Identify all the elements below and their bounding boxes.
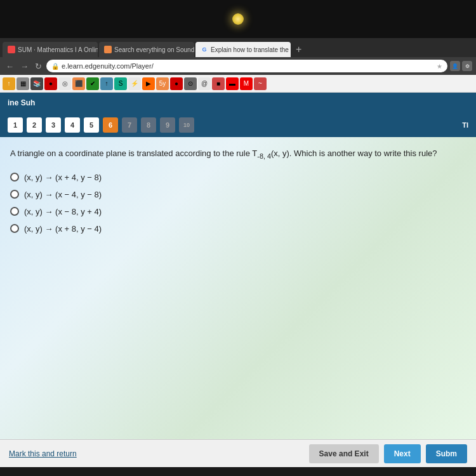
answer-option-a[interactable]: (x, y) → (x + 4, y − 8) (10, 173, 466, 182)
question-num-1[interactable]: 1 (8, 117, 23, 133)
ext-circle2[interactable]: ◎ (58, 77, 71, 90)
address-text: e.learn.edgenuity.com/Player/ (62, 62, 154, 70)
sound-tab-icon (104, 46, 112, 53)
browser-icons: 👤 ⚙ (450, 61, 472, 71)
tab-google[interactable]: G Explain how to translate the ent... × (195, 42, 291, 57)
top-dark-area (0, 0, 476, 38)
option-a-text: (x, y) → (x + 4, y − 8) (24, 173, 102, 182)
question-num-2[interactable]: 2 (27, 117, 42, 133)
new-tab-button[interactable]: + (292, 42, 305, 57)
settings-icon[interactable]: ⚙ (462, 61, 472, 71)
ext-book[interactable]: 📚 (30, 77, 43, 90)
question-number-bar: 1 2 3 4 5 6 7 8 9 10 TI (0, 113, 476, 137)
ext-circle3[interactable]: ⊙ (184, 77, 197, 90)
profile-icon[interactable]: 👤 (450, 61, 460, 71)
option-d-text: (x, y) → (x + 8, y − 4) (24, 224, 102, 234)
question-text: A triangle on a coordinate plane is tran… (10, 147, 466, 161)
question-num-3[interactable]: 3 (46, 117, 61, 133)
radio-b[interactable] (10, 190, 19, 199)
ext-at[interactable]: @ (198, 77, 211, 90)
next-button[interactable]: Next (384, 444, 421, 463)
ext-orange[interactable]: ▶ (142, 77, 155, 90)
option-c-text: (x, y) → (x − 8, y + 4) (24, 207, 102, 216)
extensions-bar: ↑ ▦ 📚 ● ◎ ⬛ ✔ ↑ S ⚡ ▶ 5y ● ⊙ @ ■ ▬ M ~ (0, 75, 476, 93)
ext-blue[interactable]: ↑ (100, 77, 113, 90)
question-num-6[interactable]: 6 (103, 117, 118, 133)
question-num-7: 7 (122, 117, 137, 133)
sum-tab-icon (8, 46, 15, 53)
tab-sound[interactable]: Search everything on SoundClo... × (99, 42, 194, 57)
ext-red3[interactable]: ▬ (226, 77, 239, 90)
ext-red2[interactable]: ● (170, 77, 183, 90)
tab-bar: SUM · Mathematics I A Online S... × Sear… (0, 38, 476, 57)
refresh-button[interactable]: ↻ (33, 61, 44, 72)
ext-grid[interactable]: ▦ (17, 77, 29, 90)
address-bar[interactable]: 🔒 e.learn.edgenuity.com/Player/ ★ (46, 60, 447, 72)
overhead-light (232, 13, 244, 25)
answer-option-b[interactable]: (x, y) → (x − 4, y − 8) (10, 190, 466, 199)
ext-zap[interactable]: ⚡ (128, 77, 141, 90)
bookmark-star[interactable]: ★ (437, 63, 442, 70)
secure-icon: 🔒 (51, 63, 59, 70)
ext-M[interactable]: M (240, 77, 253, 90)
ext-5y[interactable]: 5y (156, 77, 169, 90)
ext-wave[interactable]: ~ (254, 77, 267, 90)
ext-square[interactable]: ■ (212, 77, 225, 90)
question-num-8: 8 (141, 117, 156, 133)
google-tab-icon: G (201, 46, 208, 53)
edu-header: ine Suh (0, 93, 476, 113)
question-num-5[interactable]: 5 (84, 117, 99, 133)
address-bar-row: ← → ↻ 🔒 e.learn.edgenuity.com/Player/ ★ … (0, 57, 476, 75)
browser-chrome: SUM · Mathematics I A Online S... × Sear… (0, 38, 476, 93)
save-exit-button[interactable]: Save and Exit (309, 444, 379, 463)
radio-c[interactable] (10, 207, 19, 216)
back-button[interactable]: ← (4, 61, 16, 72)
forward-button[interactable]: → (18, 61, 30, 72)
tab-google-label: Explain how to translate the ent... (211, 46, 291, 53)
ext-arrow[interactable]: ↑ (3, 77, 15, 90)
radio-d[interactable] (10, 224, 19, 233)
ext-teal[interactable]: S (114, 77, 127, 90)
radio-a[interactable] (10, 173, 19, 182)
ext-color[interactable]: ⬛ (72, 77, 85, 90)
timer-display: TI (462, 121, 468, 129)
student-name: ine Suh (8, 98, 35, 107)
main-content: A triangle on a coordinate plane is tran… (0, 137, 476, 467)
tab-sum[interactable]: SUM · Mathematics I A Online S... × (3, 42, 98, 57)
submit-button[interactable]: Subm (426, 444, 467, 463)
bottom-bar: Mark this and return Save and Exit Next … (0, 439, 476, 467)
ext-circle[interactable]: ● (44, 77, 57, 90)
answer-option-c[interactable]: (x, y) → (x − 8, y + 4) (10, 207, 466, 216)
question-num-10: 10 (179, 117, 194, 133)
mark-return-link[interactable]: Mark this and return (9, 449, 77, 458)
option-b-text: (x, y) → (x − 4, y − 8) (24, 190, 102, 199)
tab-sound-label: Search everything on SoundClo... (114, 46, 194, 53)
answer-option-d[interactable]: (x, y) → (x + 8, y − 4) (10, 224, 466, 234)
tab-sum-label: SUM · Mathematics I A Online S... (18, 46, 98, 53)
question-num-9: 9 (160, 117, 175, 133)
question-num-4[interactable]: 4 (65, 117, 80, 133)
ext-green[interactable]: ✔ (86, 77, 99, 90)
